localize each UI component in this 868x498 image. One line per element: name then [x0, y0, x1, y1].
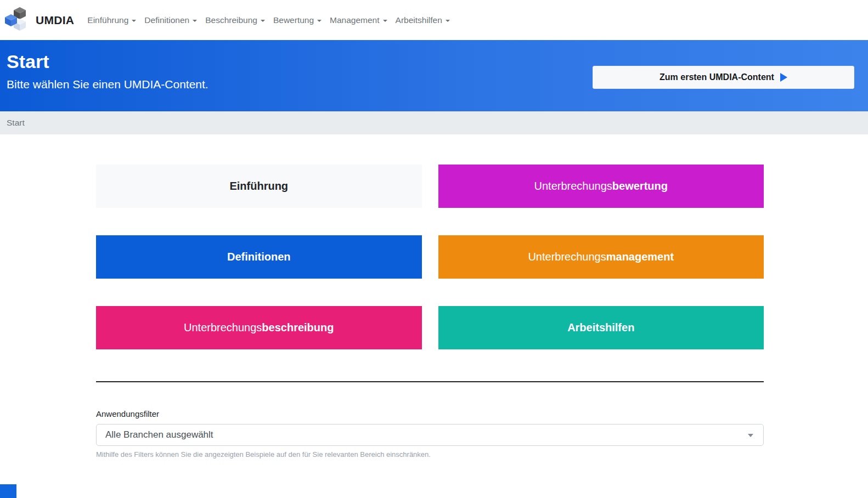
main-content: Einführung Unterbrechungsbewertung Defin… [96, 165, 764, 459]
tile-label: bewertung [612, 180, 668, 192]
menu-item-label: Arbeitshilfen [396, 15, 442, 25]
chevron-down-icon [193, 20, 197, 22]
first-content-button[interactable]: Zum ersten UMDIA-Content [593, 66, 854, 89]
tile-label-prefix: Unterbrechungs [534, 180, 612, 192]
tile-arbeitshilfen[interactable]: Arbeitshilfen [438, 306, 764, 349]
main-menu: Einführung Definitionen Beschreibung Bew… [87, 11, 458, 30]
menu-item-management[interactable]: Management [330, 11, 395, 30]
menu-item-label: Bewertung [273, 15, 314, 25]
tile-label: beschreibung [262, 321, 334, 333]
section-divider [96, 381, 764, 382]
select-caret-icon [748, 434, 753, 437]
content-tile-grid: Einführung Unterbrechungsbewertung Defin… [96, 165, 764, 349]
play-icon [780, 73, 787, 82]
first-content-button-label: Zum ersten UMDIA-Content [660, 72, 774, 82]
menu-item-bewertung[interactable]: Bewertung [273, 11, 330, 30]
tile-einfuehrung[interactable]: Einführung [96, 165, 422, 208]
tile-unterbrechungsbeschreibung[interactable]: Unterbrechungsbeschreibung [96, 306, 422, 349]
umdia-logo-icon [4, 7, 30, 34]
menu-item-label: Beschreibung [205, 15, 257, 25]
navbar: UMDIA Einführung Definitionen Beschreibu… [0, 0, 868, 40]
branch-filter-select[interactable]: Alle Branchen ausgewählt [96, 424, 764, 446]
tile-label: Definitionen [227, 251, 291, 263]
chevron-down-icon [261, 20, 265, 22]
chevron-down-icon [383, 20, 387, 22]
tile-unterbrechungsmanagement[interactable]: Unterbrechungsmanagement [438, 235, 764, 279]
chevron-down-icon [317, 20, 322, 22]
tile-label: Einführung [229, 180, 288, 192]
tile-label-prefix: Unterbrechungs [528, 251, 606, 263]
menu-item-label: Management [330, 15, 379, 25]
hero-banner: Start Bitte wählen Sie einen UMDIA-Conte… [0, 40, 868, 111]
tile-label: management [606, 251, 674, 263]
branch-filter-selected-value: Alle Branchen ausgewählt [105, 429, 213, 440]
breadcrumb: Start [0, 111, 868, 134]
filter-help-text: Mithilfe des Filters können Sie die ange… [96, 450, 764, 459]
menu-item-arbeitshilfen[interactable]: Arbeitshilfen [396, 11, 458, 30]
tile-label: Arbeitshilfen [567, 321, 634, 333]
filter-label: Anwendungsfilter [96, 409, 764, 418]
menu-item-einfuehrung[interactable]: Einführung [87, 11, 144, 30]
brand-title: UMDIA [36, 14, 74, 27]
menu-item-label: Definitionen [144, 15, 189, 25]
footer-fragment [0, 484, 16, 498]
tile-label-prefix: Unterbrechungs [184, 321, 262, 333]
tile-definitionen[interactable]: Definitionen [96, 235, 422, 279]
menu-item-beschreibung[interactable]: Beschreibung [205, 11, 273, 30]
menu-item-label: Einführung [87, 15, 128, 25]
tile-unterbrechungsbewertung[interactable]: Unterbrechungsbewertung [438, 165, 764, 208]
chevron-down-icon [446, 20, 450, 22]
menu-item-definitionen[interactable]: Definitionen [144, 11, 205, 30]
breadcrumb-current: Start [7, 118, 25, 128]
chevron-down-icon [132, 20, 136, 22]
brand[interactable]: UMDIA [4, 7, 74, 34]
